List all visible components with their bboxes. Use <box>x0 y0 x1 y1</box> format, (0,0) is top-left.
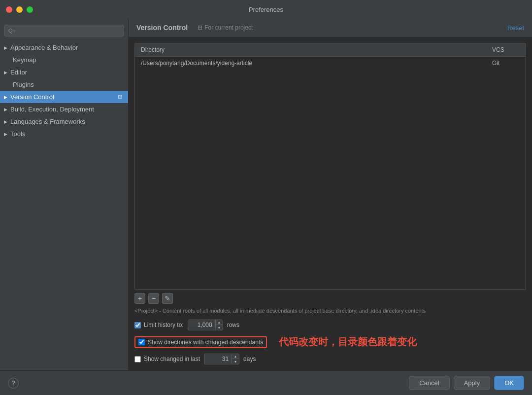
column-vcs: VCS <box>486 43 526 57</box>
show-directories-highlighted: Show directories with changed descendant… <box>134 336 267 348</box>
info-text: <Project> - Content roots of all modules… <box>129 307 532 318</box>
maximize-button[interactable] <box>27 6 33 13</box>
search-icon: Q+ <box>8 28 16 34</box>
column-directory: Directory <box>135 43 486 57</box>
limit-history-input-wrapper[interactable]: ▲ ▼ <box>188 320 223 330</box>
sidebar-item-label: Keymap <box>13 56 36 64</box>
limit-history-checkbox[interactable] <box>134 322 141 328</box>
sidebar-item-plugins[interactable]: Plugins <box>0 78 128 91</box>
sidebar-item-label: Editor <box>10 69 27 76</box>
sidebar-item-label: Appearance & Behavior <box>10 44 78 51</box>
version-control-icon: ⊞ <box>118 94 122 100</box>
sidebar: Q+ ▶ Appearance & Behavior Keymap ▶ Edit… <box>0 19 129 370</box>
remove-button[interactable]: − <box>148 293 159 304</box>
spinner-up[interactable]: ▲ <box>232 354 239 359</box>
sidebar-item-label: Tools <box>10 130 25 138</box>
show-changed-last-checkbox[interactable] <box>134 356 141 362</box>
sidebar-item-languages[interactable]: ▶ Languages & Frameworks <box>0 115 128 128</box>
window-title: Preferences <box>249 6 283 13</box>
add-button[interactable]: + <box>134 293 145 304</box>
show-changed-last-input[interactable] <box>204 355 232 363</box>
sidebar-item-editor[interactable]: ▶ Editor <box>0 66 128 78</box>
show-changed-last-row: Show changed in last ▲ ▼ days <box>134 354 526 364</box>
reset-button[interactable]: Reset <box>507 24 524 32</box>
title-bar: Preferences <box>0 0 532 19</box>
sidebar-item-label: Languages & Frameworks <box>10 118 85 125</box>
help-button[interactable]: ? <box>8 378 19 389</box>
annotation-text: 代码改变时，目录颜色跟着变化 <box>279 335 417 349</box>
chevron-icon: ▶ <box>4 70 7 75</box>
table-row[interactable]: /Users/ponytang/Documents/yideng-article… <box>135 57 526 70</box>
sidebar-item-build[interactable]: ▶ Build, Execution, Deployment <box>0 103 128 115</box>
limit-history-suffix: rows <box>227 322 239 328</box>
apply-button[interactable]: Apply <box>454 376 491 390</box>
sidebar-item-label: Plugins <box>13 81 34 88</box>
right-panel: Version Control ⊟ For current project Re… <box>129 19 532 370</box>
show-directories-checkbox[interactable] <box>138 339 145 345</box>
sidebar-item-version-control[interactable]: ▶ Version Control ⊞ <box>0 91 128 103</box>
spinner-up[interactable]: ▲ <box>216 320 223 325</box>
vcs-cell: Git <box>486 57 526 70</box>
sidebar-item-tools[interactable]: ▶ Tools <box>0 128 128 140</box>
close-button[interactable] <box>6 6 12 13</box>
traffic-lights <box>6 6 33 13</box>
chevron-icon: ▶ <box>4 45 7 50</box>
chevron-icon: ▶ <box>4 119 7 124</box>
minimize-button[interactable] <box>16 6 23 13</box>
bottom-buttons: Cancel Apply OK <box>409 376 524 390</box>
main-content: Q+ ▶ Appearance & Behavior Keymap ▶ Edit… <box>0 19 532 370</box>
show-changed-last-label: Show changed in last <box>144 356 200 362</box>
limit-history-label: Limit history to: <box>144 322 184 328</box>
sidebar-item-label: Version Control <box>10 93 54 101</box>
show-changed-last-suffix: days <box>243 356 256 362</box>
spinner-down[interactable]: ▼ <box>216 325 223 330</box>
spinner-down[interactable]: ▼ <box>232 359 239 364</box>
sidebar-item-label: Build, Execution, Deployment <box>10 106 94 113</box>
chevron-icon: ▶ <box>4 95 7 100</box>
edit-button[interactable]: ✎ <box>162 293 173 304</box>
limit-history-spinner: ▲ ▼ <box>215 320 223 330</box>
ok-button[interactable]: OK <box>494 376 524 390</box>
search-box[interactable]: Q+ <box>4 25 124 36</box>
limit-history-checkbox-item[interactable]: Limit history to: <box>134 322 184 328</box>
panel-title: Version Control <box>136 24 188 32</box>
show-changed-last-spinner: ▲ ▼ <box>232 354 239 364</box>
show-directories-label: Show directories with changed descendant… <box>148 339 263 346</box>
project-icon: ⊟ <box>198 24 202 31</box>
sidebar-item-keymap[interactable]: Keymap <box>0 54 128 66</box>
limit-history-row: Limit history to: ▲ ▼ rows <box>134 320 526 330</box>
cancel-button[interactable]: Cancel <box>409 376 449 390</box>
for-current-project-label: For current project <box>204 24 253 31</box>
show-changed-last-input-wrapper[interactable]: ▲ ▼ <box>204 354 239 364</box>
bottom-bar: ? Cancel Apply OK <box>0 370 532 395</box>
directory-table: Directory VCS /Users/ponytang/Documents/… <box>134 43 526 290</box>
show-changed-last-checkbox-item[interactable]: Show changed in last <box>134 356 200 362</box>
sidebar-item-appearance[interactable]: ▶ Appearance & Behavior <box>0 41 128 54</box>
for-current-project: ⊟ For current project <box>198 24 253 31</box>
search-input[interactable] <box>19 27 120 34</box>
right-header: Version Control ⊟ For current project Re… <box>129 19 532 37</box>
chevron-icon: ▶ <box>4 107 7 112</box>
directory-cell: /Users/ponytang/Documents/yideng-article <box>135 57 486 70</box>
show-directories-row: Show directories with changed descendant… <box>134 335 526 349</box>
table-toolbar: + − ✎ <box>129 290 532 307</box>
limit-history-input[interactable] <box>188 321 215 329</box>
settings-section: Limit history to: ▲ ▼ rows Show director… <box>129 318 532 370</box>
chevron-icon: ▶ <box>4 132 7 137</box>
